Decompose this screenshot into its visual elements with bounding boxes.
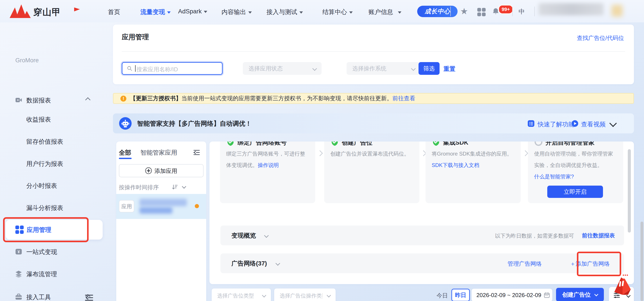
page-header-card: 应用管理 查找广告位/代码位 搜索应用名称/ID 选择应用状态 选择操作系统 筛…	[113, 24, 634, 84]
find-placement-link[interactable]: 查找广告位/代码位	[577, 34, 624, 42]
sidebar-item-waterfall-management[interactable]: 瀑布流管理	[0, 269, 111, 280]
authorization-notice-banner: ! 【更新三方授权书】当前使用一站式变现的应用需要更新三方授权书，为不影响变现，…	[113, 93, 634, 104]
filter-button[interactable]: 筛选	[418, 62, 440, 75]
app-screen: 穿山甲 首页 流量变现 AdSpark 内容输出 接入与测试 结算中心 账户信息…	[0, 0, 644, 301]
notification-count-badge: 99+	[498, 5, 513, 14]
sort-icon[interactable]	[172, 184, 178, 190]
app-list-panel: 全部 智能管家应用 添加应用 按操作时间排序 应用	[116, 142, 206, 301]
nav-traffic-monetization[interactable]: 流量变现	[140, 8, 171, 16]
nav-home[interactable]: 首页	[108, 8, 120, 16]
card-link[interactable]: 什么是智能管家?	[534, 174, 574, 180]
divider	[534, 6, 535, 16]
sidebar-group-integration-tools[interactable]: 接入工具	[0, 292, 111, 301]
notice-link[interactable]: 前往查看	[392, 95, 415, 102]
app-status-select[interactable]: 选择应用状态	[243, 62, 322, 75]
chevron-right-icon	[317, 150, 323, 156]
account-name-blurred[interactable]	[539, 3, 604, 15]
chevron-down-icon	[594, 292, 598, 296]
apps-grid-icon[interactable]	[477, 8, 486, 16]
star-icon[interactable]: ★	[460, 6, 468, 16]
reset-button[interactable]: 重置	[444, 65, 455, 73]
ad-network-title[interactable]: 广告网络(37)	[232, 259, 267, 268]
sidebar-brand: GroMore	[15, 57, 39, 64]
manage-ad-network-link[interactable]: 管理广告网络	[508, 260, 542, 268]
nav-adspark[interactable]: AdSpark	[178, 8, 207, 15]
nav-content-output[interactable]: 内容输出	[222, 8, 252, 16]
divider	[512, 6, 512, 16]
nav-settlement-center[interactable]: 结算中心	[322, 8, 353, 16]
notice-text: 当前使用一站式变现的应用需要更新三方授权书，为不影响变现，请尽快前往更新。	[182, 95, 392, 102]
sidebar-item-app-management-active[interactable]: 应用管理	[6, 220, 103, 240]
sidebar-item-user-behavior-report[interactable]: 用户行为报表	[26, 160, 99, 168]
pangle-logo	[9, 4, 31, 19]
chevron-down-icon[interactable]	[609, 120, 617, 127]
date-range-picker[interactable]: 2026-02-09 ~ 2026-02-09	[472, 289, 552, 301]
enable-now-button[interactable]: 立即开启	[547, 186, 603, 198]
ad-op-type-select[interactable]: 选择广告位操作类型	[274, 288, 336, 301]
card-link[interactable]: 操作说明	[258, 162, 279, 168]
logo-text: 穿山甲	[33, 6, 61, 18]
chevron-down-icon	[248, 12, 252, 14]
chevron-up-icon	[85, 97, 90, 102]
tab-smart-butler-apps[interactable]: 智能管家应用	[140, 148, 177, 157]
calendar-icon	[544, 292, 550, 298]
notice-bold: 【更新三方授权书】	[130, 95, 182, 102]
ad-network-bar: 广告网络(37) 管理广告网络 ＋添加广告网络	[220, 254, 624, 273]
account-avatar-blurred[interactable]	[612, 5, 622, 17]
promo-video-link[interactable]: 查看视频	[581, 120, 606, 128]
sidebar-item-hourly-report[interactable]: 分小时报表	[26, 182, 99, 190]
chevron-right-icon	[522, 150, 528, 156]
growth-center-badge[interactable]: 成长中心	[417, 6, 458, 17]
app-tag: 应用	[119, 200, 134, 212]
promo-learn-link[interactable]: 快速了解功能	[538, 120, 574, 128]
nav-account-info[interactable]: 账户信息	[368, 8, 402, 16]
app-management-icon	[15, 226, 24, 234]
more-dots-bubble[interactable]: •••	[621, 272, 630, 278]
check-shield-icon	[432, 142, 440, 146]
create-placement-button[interactable]: 创建广告位	[556, 288, 604, 301]
doc-list-icon	[527, 120, 535, 128]
svg-text:¥: ¥	[18, 250, 20, 254]
auto-circle-icon	[534, 142, 543, 146]
toolbox-icon	[15, 293, 22, 300]
monetization-overview-bar: 变现概览 以下为昨日数据，如需更多数据可 前往数据报表	[220, 226, 624, 245]
tab-all[interactable]: 全部	[119, 148, 131, 157]
chevron-down-icon	[262, 293, 266, 298]
chevron-down-icon[interactable]	[276, 261, 280, 266]
sidebar-item-revenue-report[interactable]: 收益报表	[26, 116, 99, 124]
add-app-button[interactable]: 添加应用	[119, 164, 204, 177]
panel-scrollbar[interactable]	[628, 149, 631, 232]
search-input[interactable]: 搜索应用名称/ID	[122, 62, 223, 75]
search-icon	[127, 66, 132, 71]
sidebar-collapse-icon[interactable]	[85, 294, 94, 301]
ad-type-select[interactable]: 选择广告位类型	[212, 288, 271, 301]
language-toggle[interactable]: 中	[518, 8, 525, 16]
smart-butler-promo-banner: 智能管家支持【多广告网络】自动调优！ 快速了解功能 查看视频	[113, 114, 634, 134]
onboarding-card-auto-butler: 开启自动管理管家 使用自动管理功能，帮你管理管家实验，全自动调优提升收益。 什么…	[528, 142, 623, 203]
page-scrollbar[interactable]	[640, 222, 643, 301]
chevron-down-icon	[326, 293, 331, 298]
sort-label[interactable]: 按操作时间排序	[119, 184, 159, 191]
panel-collapse-icon[interactable]	[192, 150, 200, 156]
chevron-down-icon	[398, 12, 402, 14]
layers-icon	[15, 270, 22, 278]
check-shield-icon	[330, 142, 339, 146]
goto-data-report-link[interactable]: 前往数据报表	[582, 232, 615, 239]
sidebar-item-funnel-analysis-report[interactable]: 漏斗分析报表	[26, 204, 99, 212]
app-list-item-selected[interactable]: 应用	[116, 194, 206, 219]
tab-active-underline	[119, 158, 132, 159]
logo-flag-icon	[74, 8, 80, 12]
chevron-down-icon	[349, 12, 353, 14]
sidebar-group-data-reports[interactable]: 数据报表	[0, 96, 111, 106]
overview-title[interactable]: 变现概览	[232, 232, 256, 240]
yesterday-toggle-active[interactable]: 昨日	[452, 289, 470, 301]
nav-integration-test[interactable]: 接入与测试	[266, 8, 303, 16]
card-link[interactable]: SDK下载与接入文档	[432, 162, 479, 168]
chevron-down-icon[interactable]	[264, 233, 269, 238]
sidebar-item-retention-value-report[interactable]: 留存价值报表	[26, 138, 99, 146]
add-ad-network-link[interactable]: ＋添加广告网络	[570, 260, 610, 268]
sidebar-item-one-stop-monetization[interactable]: ¥ 一站式变现	[0, 247, 111, 258]
chevron-down-icon[interactable]	[182, 184, 186, 189]
os-select[interactable]: 选择操作系统	[346, 62, 420, 75]
today-toggle[interactable]: 今日	[436, 292, 448, 300]
